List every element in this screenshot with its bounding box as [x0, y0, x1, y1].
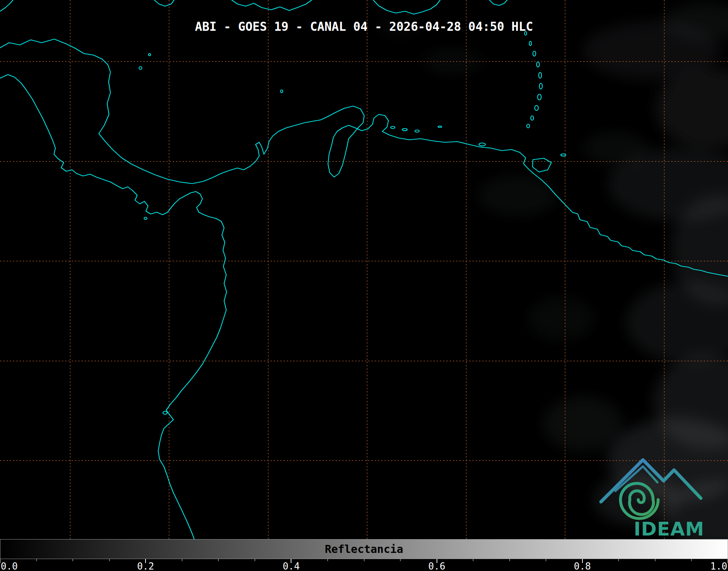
- island-outline: [281, 90, 283, 93]
- island-outline: [531, 116, 534, 120]
- minor-tick-mark: [327, 559, 328, 561]
- coastline-path: [0, 0, 13, 11]
- colorbar-tick-label: 0.6: [428, 562, 445, 571]
- minor-tick-mark: [218, 559, 219, 561]
- coastline-path: [489, 0, 507, 5]
- minor-tick-mark: [546, 559, 546, 561]
- coastline-path: [533, 158, 551, 172]
- island-outline: [539, 83, 542, 89]
- major-tick-mark: [0, 559, 0, 563]
- island-outline: [479, 143, 485, 146]
- island-outline: [391, 126, 395, 129]
- coastline-path: [232, 0, 312, 11]
- island-outline: [536, 62, 539, 67]
- minor-tick-mark: [473, 559, 474, 561]
- spiral-icon: [620, 483, 658, 518]
- island-outline: [533, 51, 536, 56]
- image-title: ABI - GOES 19 - CANAL 04 - 2026-04-28 04…: [0, 20, 728, 34]
- colorbar-tick-label: 0.2: [137, 562, 154, 571]
- minor-tick-mark: [691, 559, 692, 561]
- island-outline: [539, 72, 542, 78]
- minor-tick-mark: [109, 559, 109, 561]
- minor-tick-mark: [619, 559, 619, 561]
- minor-tick-mark: [400, 559, 401, 561]
- minor-tick-mark: [254, 559, 255, 561]
- island-outline: [529, 41, 531, 46]
- island-outline: [438, 126, 442, 127]
- island-outline: [139, 67, 142, 70]
- minor-tick-mark: [182, 559, 182, 561]
- colorbar-tick-label: 0.4: [283, 562, 300, 571]
- island-outline: [561, 154, 566, 156]
- island-outline: [538, 94, 541, 100]
- island-outline: [148, 54, 151, 56]
- minor-tick-mark: [364, 559, 364, 561]
- coastline-path: [373, 0, 440, 14]
- island-outline: [402, 129, 407, 131]
- colorbar: Reflectancia: [0, 539, 728, 559]
- coastline-path: [154, 0, 174, 6]
- colorbar-axis: 0.00.20.40.60.81.0: [0, 559, 728, 571]
- colorbar-tick-label: 1.0: [710, 562, 727, 571]
- minor-tick-mark: [655, 559, 655, 561]
- minor-tick-mark: [36, 559, 37, 561]
- minor-tick-mark: [73, 559, 73, 561]
- colorbar-tick-label: 0.0: [1, 562, 18, 571]
- ideam-logo-icon: [597, 452, 705, 524]
- island-outline: [415, 130, 419, 132]
- minor-tick-mark: [509, 559, 510, 561]
- island-outline: [163, 411, 167, 414]
- island-outline: [144, 217, 147, 219]
- island-outline: [535, 105, 538, 110]
- coastline-path: [0, 75, 227, 571]
- island-outline: [527, 124, 530, 128]
- mountain-icon: [601, 460, 701, 502]
- ideam-logo: IDEAM: [597, 452, 705, 541]
- ideam-logo-text: IDEAM: [633, 518, 705, 540]
- colorbar-tick-label: 0.8: [574, 562, 591, 571]
- colorbar-label: Reflectancia: [0, 539, 728, 559]
